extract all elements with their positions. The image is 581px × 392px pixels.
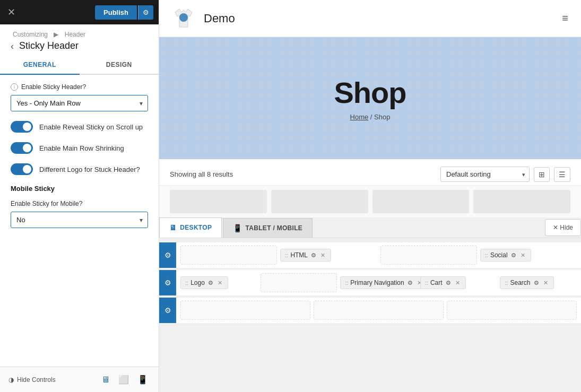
- row-3-zone-2: [314, 301, 444, 320]
- breadcrumb-current: Shop: [374, 113, 390, 121]
- widget-logo-drag[interactable]: ::: [185, 280, 188, 286]
- publish-area: Publish ⚙: [95, 5, 153, 20]
- mobile-sticky-heading: Mobile Sticky: [11, 185, 148, 193]
- widget-logo-close[interactable]: ✕: [216, 280, 223, 286]
- row-1-zone-1: [180, 246, 277, 265]
- sort-select[interactable]: Default sorting Sort by popularity Sort …: [440, 167, 530, 182]
- enable-sticky-field: i Enable Sticky Header? Yes - Only Main …: [11, 83, 148, 111]
- tab-design[interactable]: DESIGN: [80, 56, 159, 75]
- info-icon: i: [11, 83, 18, 91]
- tablet-tab-label: TABLET / MOBILE: [246, 224, 303, 232]
- device-icons: 🖥 ⬜ 📱: [99, 372, 150, 387]
- row-2-zone-3: :: Primary Navigation ⚙ ✕: [340, 276, 417, 289]
- sticky-select[interactable]: Yes - Only Main Row Yes - All Rows No: [11, 95, 148, 111]
- hide-icon: ◑: [8, 376, 14, 384]
- list-view-button[interactable]: ☰: [554, 167, 570, 182]
- widget-logo: :: Logo ⚙ ✕: [180, 276, 228, 289]
- tab-general[interactable]: GENERAL: [0, 56, 80, 75]
- widget-html-settings[interactable]: ⚙: [310, 252, 317, 259]
- tablet-device-button[interactable]: ⬜: [116, 372, 131, 387]
- main-row-shrink-toggle[interactable]: [11, 142, 33, 154]
- row-3-zone-3: [447, 301, 577, 320]
- row-handle-2[interactable]: ⚙: [159, 270, 176, 295]
- mobile-sticky-field: Enable Sticky for Mobile? No Yes: [11, 200, 148, 228]
- row-1-zone-4: :: Social ⚙ ✕: [480, 249, 577, 262]
- diff-logo-row: Different Logo for Stuck Header?: [11, 163, 148, 175]
- row-2-zone-1: :: Logo ⚙ ✕: [180, 276, 257, 289]
- row-handle-3[interactable]: ⚙: [159, 298, 176, 323]
- builder-tab-desktop[interactable]: 🖥 DESKTOP: [159, 217, 222, 238]
- publish-button[interactable]: Publish: [95, 5, 137, 20]
- widget-html: :: HTML ⚙ ✕: [280, 249, 331, 262]
- close-button[interactable]: ✕: [5, 5, 18, 19]
- row-3-content: [176, 298, 581, 323]
- mobile-sticky-select-wrap: No Yes: [11, 212, 148, 228]
- widget-search-settings[interactable]: ⚙: [533, 280, 540, 286]
- hamburger-button[interactable]: ≡: [560, 10, 570, 27]
- widget-social-settings[interactable]: ⚙: [510, 252, 517, 259]
- main-row-shrink-row: Enable Main Row Shrinking: [11, 142, 148, 154]
- widget-logo-settings[interactable]: ⚙: [207, 280, 214, 286]
- hide-controls-button[interactable]: ◑ Hide Controls: [8, 376, 56, 384]
- widget-search-drag[interactable]: ::: [505, 280, 508, 286]
- row-handle-1[interactable]: ⚙: [159, 242, 176, 268]
- empty-zone-2-2: [261, 273, 337, 292]
- builder-tab-tablet-mobile[interactable]: 📱 TABLET / MOBILE: [223, 218, 313, 238]
- row-2-content: :: Logo ⚙ ✕ :: Primary Navigation: [176, 270, 581, 295]
- row-2-zone-4: :: Cart ⚙ ✕: [420, 276, 497, 289]
- product-placeholder-4: [473, 190, 570, 213]
- builder-section: 🖥 DESKTOP 📱 TABLET / MOBILE ✕ Hide ⚙: [159, 217, 581, 392]
- row-3-zone-1: [180, 301, 310, 320]
- mobile-device-button[interactable]: 📱: [135, 372, 150, 387]
- reveal-sticky-label: Enable Reveal Sticky on Scroll up: [39, 123, 143, 131]
- row-1-zone-2: :: HTML ⚙ ✕: [280, 249, 377, 262]
- widget-cart-settings[interactable]: ⚙: [445, 280, 452, 286]
- breadcrumb-home-link[interactable]: Home: [350, 113, 369, 121]
- widget-social: :: Social ⚙ ✕: [480, 249, 531, 262]
- widget-html-drag[interactable]: ::: [285, 252, 288, 258]
- widget-html-close[interactable]: ✕: [319, 252, 326, 259]
- page-title-area: ‹ Sticky Header: [0, 39, 159, 56]
- product-placeholder-1: [170, 190, 267, 213]
- empty-zone-1-3: [380, 246, 477, 265]
- empty-zone-1-1: [180, 246, 277, 265]
- panel-content: i Enable Sticky Header? Yes - Only Main …: [0, 75, 159, 367]
- widget-primary-nav-drag[interactable]: ::: [345, 280, 348, 286]
- bottom-bar: ◑ Hide Controls 🖥 ⬜ 📱: [0, 367, 159, 392]
- site-name: Demo: [204, 12, 235, 25]
- widget-cart-drag[interactable]: ::: [425, 280, 428, 286]
- empty-zone-3-2: [314, 301, 444, 320]
- tabs-bar: GENERAL DESIGN: [0, 56, 159, 75]
- widget-search-label: Search: [510, 279, 531, 286]
- reveal-sticky-toggle[interactable]: [11, 121, 33, 133]
- grid-view-button[interactable]: ⊞: [534, 167, 550, 182]
- widget-cart: :: Cart ⚙ ✕: [420, 276, 466, 289]
- row-1-content: :: HTML ⚙ ✕ :: Social ⚙: [176, 242, 581, 268]
- breadcrumb: Customizing ▶ Header: [0, 24, 159, 39]
- hide-controls-label: Hide Controls: [17, 376, 56, 384]
- widget-primary-nav: :: Primary Navigation ⚙ ✕: [340, 276, 428, 289]
- desktop-device-button[interactable]: 🖥: [99, 372, 112, 387]
- widget-primary-nav-settings[interactable]: ⚙: [406, 280, 414, 286]
- diff-logo-label: Different Logo for Stuck Header?: [39, 165, 140, 173]
- shop-breadcrumb: Home / Shop: [350, 113, 391, 121]
- widget-social-close[interactable]: ✕: [519, 252, 526, 259]
- row-handle-icon-1: ⚙: [164, 251, 171, 259]
- site-header: Demo ≡: [159, 0, 581, 37]
- diff-logo-toggle[interactable]: [11, 163, 33, 175]
- svg-point-1: [179, 13, 188, 22]
- builder-tabs: 🖥 DESKTOP 📱 TABLET / MOBILE ✕ Hide: [159, 217, 581, 238]
- widget-social-drag[interactable]: ::: [485, 252, 488, 258]
- hide-builder-button[interactable]: ✕ Hide: [545, 219, 581, 236]
- mobile-sticky-select[interactable]: No Yes: [11, 212, 148, 228]
- reveal-sticky-row: Enable Reveal Sticky on Scroll up: [11, 121, 148, 133]
- site-logo-area: Demo: [170, 5, 235, 32]
- widget-social-label: Social: [490, 251, 508, 259]
- widget-cart-close[interactable]: ✕: [454, 280, 461, 286]
- back-button[interactable]: ‹: [11, 41, 14, 51]
- builder-rows: ⚙ :: HTML ⚙ ✕: [159, 238, 581, 392]
- row-1-zone-3: [380, 246, 477, 265]
- row-handle-icon-2: ⚙: [164, 278, 171, 287]
- widget-search-close[interactable]: ✕: [542, 280, 549, 286]
- publish-settings-button[interactable]: ⚙: [138, 5, 153, 20]
